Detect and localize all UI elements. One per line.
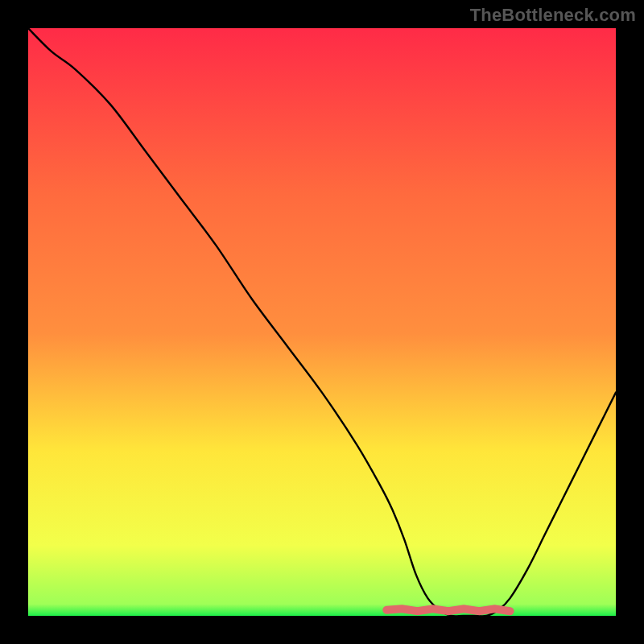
plot-area <box>28 28 616 616</box>
chart-frame: TheBottleneck.com <box>0 0 644 644</box>
gradient-background <box>28 28 616 616</box>
chart-svg <box>28 28 616 616</box>
watermark-label: TheBottleneck.com <box>470 5 636 26</box>
highlight-band <box>386 609 510 611</box>
